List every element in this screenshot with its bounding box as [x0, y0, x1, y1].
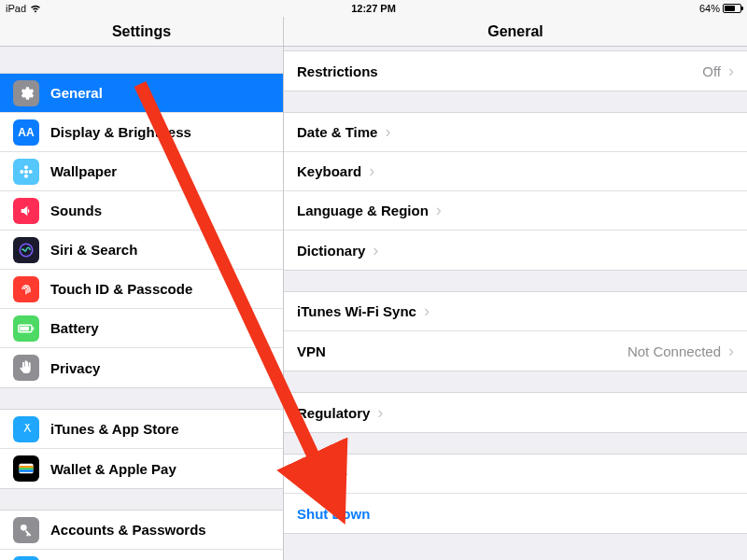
chevron-right-icon: ›	[377, 403, 383, 423]
row-label: Restrictions	[297, 63, 378, 79]
key-icon	[13, 517, 39, 543]
sidebar-item-battery[interactable]: Battery	[0, 309, 283, 348]
header-row: Settings General	[0, 17, 747, 47]
sidebar-item-privacy[interactable]: Privacy	[0, 348, 283, 387]
detail-row-vpn[interactable]: VPNNot Connected›	[284, 331, 747, 371]
sidebar-item-label: Wallpaper	[50, 163, 117, 179]
detail-title: General	[284, 17, 747, 46]
row-label: Dictionary	[297, 243, 365, 259]
sidebar-item-label: iTunes & App Store	[50, 421, 179, 437]
svg-rect-12	[20, 470, 34, 472]
row-label: Date & Time	[297, 124, 377, 140]
fingerprint-icon	[13, 276, 39, 302]
row-label: Regulatory	[297, 405, 370, 421]
device-label: iPad	[6, 3, 26, 14]
chevron-right-icon: ›	[436, 201, 442, 220]
detail-row-reset[interactable]: Reset›	[284, 455, 747, 494]
sidebar-item-siri[interactable]: Siri & Search	[0, 231, 283, 270]
appstore-icon	[13, 416, 39, 442]
sidebar-title: Settings	[0, 17, 284, 46]
status-time: 12:27 PM	[351, 3, 396, 14]
status-bar: iPad 12:27 PM 64%	[0, 0, 747, 17]
chevron-right-icon: ›	[424, 301, 430, 321]
gear-icon	[13, 80, 39, 106]
detail-row-regulatory[interactable]: Regulatory›	[284, 393, 747, 432]
sidebar-item-label: Display & Brightness	[50, 124, 191, 140]
siri-icon	[13, 237, 39, 263]
sidebar-item-mail[interactable]: Mail	[0, 550, 283, 560]
svg-point-3	[20, 170, 23, 174]
wifi-icon	[30, 5, 41, 13]
sidebar-item-itunes[interactable]: iTunes & App Store	[0, 410, 283, 449]
flower-icon	[13, 159, 39, 185]
chevron-right-icon: ›	[343, 464, 348, 483]
row-value: Not Connected	[627, 343, 721, 359]
sidebar-item-touchid[interactable]: Touch ID & Passcode	[0, 270, 283, 309]
sidebar-item-label: Battery	[50, 320, 99, 336]
svg-rect-7	[20, 326, 29, 330]
sidebar-item-label: Privacy	[50, 360, 100, 376]
sidebar-item-general[interactable]: General	[0, 74, 283, 113]
settings-sidebar[interactable]: GeneralAADisplay & BrightnessWallpaperSo…	[0, 47, 284, 560]
battery-icon	[723, 4, 741, 13]
sidebar-item-accounts[interactable]: Accounts & Passwords	[0, 511, 283, 550]
speaker-icon	[13, 198, 39, 224]
svg-rect-10	[20, 466, 34, 468]
battery-percent: 64%	[699, 3, 720, 14]
chevron-right-icon: ›	[728, 342, 734, 361]
sidebar-item-wallet[interactable]: Wallet & Apple Pay	[0, 449, 283, 488]
row-value: Off	[702, 63, 721, 79]
svg-point-4	[29, 170, 33, 174]
row-label: Keyboard	[297, 163, 361, 179]
sidebar-item-wallpaper[interactable]: Wallpaper	[0, 152, 283, 191]
sidebar-item-display[interactable]: AADisplay & Brightness	[0, 113, 283, 152]
sidebar-item-label: Touch ID & Passcode	[50, 281, 192, 297]
svg-rect-8	[33, 327, 35, 329]
row-label: Reset	[297, 466, 335, 482]
sidebar-item-sounds[interactable]: Sounds	[0, 191, 283, 231]
AA-icon: AA	[13, 119, 39, 146]
detail-row-datetime[interactable]: Date & Time›	[284, 113, 747, 152]
sidebar-item-label: Accounts & Passwords	[50, 522, 206, 538]
svg-rect-11	[20, 468, 34, 469]
sidebar-item-label: Wallet & Apple Pay	[50, 461, 176, 477]
sidebar-item-label: General	[50, 85, 103, 101]
sidebar-item-label: Siri & Search	[50, 242, 137, 258]
row-label: Language & Region	[297, 203, 429, 218]
battery-icon	[13, 315, 39, 342]
row-label: VPN	[297, 343, 326, 359]
detail-row-keyboard[interactable]: Keyboard›	[284, 152, 747, 191]
row-label: Shut Down	[297, 506, 370, 522]
sidebar-item-label: Sounds	[50, 203, 102, 218]
chevron-right-icon: ›	[373, 241, 378, 260]
svg-point-0	[24, 170, 28, 174]
row-label: iTunes Wi-Fi Sync	[297, 303, 416, 319]
detail-row-langreg[interactable]: Language & Region›	[284, 191, 747, 231]
detail-row-restrictions[interactable]: RestrictionsOff›	[284, 51, 747, 91]
mail-icon	[13, 556, 39, 560]
hand-icon	[13, 355, 39, 381]
chevron-right-icon: ›	[369, 161, 374, 181]
detail-row-wifisync[interactable]: iTunes Wi-Fi Sync›	[284, 292, 747, 331]
detail-panel[interactable]: RestrictionsOff›Date & Time›Keyboard›Lan…	[284, 47, 747, 560]
detail-row-shutdown[interactable]: Shut Down	[284, 494, 747, 533]
svg-point-2	[24, 174, 28, 177]
chevron-right-icon: ›	[728, 62, 734, 81]
svg-point-1	[24, 165, 28, 169]
wallet-icon	[13, 455, 39, 482]
chevron-right-icon: ›	[385, 122, 390, 142]
detail-row-dict[interactable]: Dictionary›	[284, 231, 747, 270]
